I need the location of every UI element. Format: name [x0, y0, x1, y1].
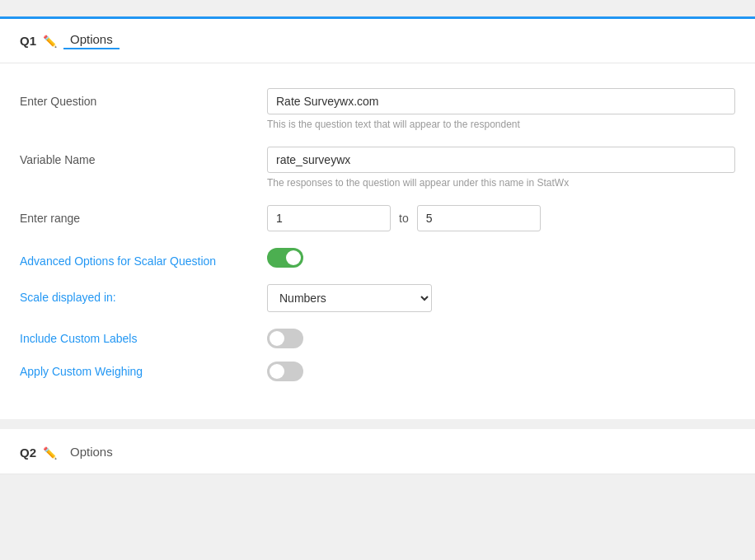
question-id-q1: Q1	[20, 34, 36, 48]
range-to-label: to	[399, 212, 409, 225]
include-labels-label: Include Custom Labels	[20, 332, 267, 345]
enter-range-label: Enter range	[20, 205, 267, 225]
edit-icon-q1[interactable]: ✏️	[43, 35, 57, 48]
advanced-options-label: Advanced Options for Scalar Question	[20, 248, 267, 268]
scale-label: Scale displayed in:	[20, 284, 267, 304]
variable-name-hint: The responses to the question will appea…	[267, 177, 735, 189]
edit-icon-q2[interactable]: ✏️	[43, 446, 57, 460]
apply-weighing-slider	[267, 362, 303, 381]
scale-select-wrap: Numbers Stars Emoji	[267, 284, 735, 312]
variable-name-label: Variable Name	[20, 147, 267, 166]
advanced-options-slider	[267, 248, 303, 268]
tab-options-q1[interactable]: Options	[63, 32, 120, 49]
advanced-options-row: Advanced Options for Scalar Question	[20, 248, 735, 268]
enter-question-hint: This is the question text that will appe…	[267, 119, 735, 130]
page-wrapper: Q1 ✏️ Options Enter Question This is the…	[0, 0, 755, 560]
scale-select[interactable]: Numbers Stars Emoji	[267, 284, 432, 312]
range-to-input[interactable]	[417, 205, 541, 231]
include-labels-slider	[267, 329, 303, 348]
variable-name-input[interactable]	[267, 147, 735, 173]
enter-question-input-wrap: This is the question text that will appe…	[267, 88, 735, 130]
range-row: to	[267, 205, 735, 231]
enter-question-input[interactable]	[267, 88, 735, 114]
apply-weighing-row: Apply Custom Weighing	[20, 362, 735, 381]
range-input-wrap: to	[267, 205, 735, 231]
question-header-q2: Q2 ✏️ Options	[0, 432, 755, 474]
tab-options-q2[interactable]: Options	[63, 445, 120, 460]
advanced-options-toggle-wrap	[267, 248, 303, 268]
apply-weighing-label: Apply Custom Weighing	[20, 365, 267, 378]
question-header-q1: Q1 ✏️ Options	[0, 19, 755, 63]
question-block-q2: Q2 ✏️ Options	[0, 429, 755, 474]
range-from-input[interactable]	[267, 205, 391, 231]
enter-question-label: Enter Question	[20, 88, 267, 108]
question-block-q1: Q1 ✏️ Options Enter Question This is the…	[0, 16, 755, 419]
variable-name-row: Variable Name The responses to the quest…	[20, 147, 735, 189]
question-id-q2: Q2	[20, 446, 36, 460]
include-labels-toggle[interactable]	[267, 329, 303, 348]
enter-range-row: Enter range to	[20, 205, 735, 231]
enter-question-row: Enter Question This is the question text…	[20, 88, 735, 130]
advanced-options-toggle[interactable]	[267, 248, 303, 268]
scale-row: Scale displayed in: Numbers Stars Emoji	[20, 284, 735, 312]
variable-name-input-wrap: The responses to the question will appea…	[267, 147, 735, 189]
include-labels-row: Include Custom Labels	[20, 329, 735, 348]
apply-weighing-toggle[interactable]	[267, 362, 303, 381]
question-content-q1: Enter Question This is the question text…	[0, 63, 755, 419]
